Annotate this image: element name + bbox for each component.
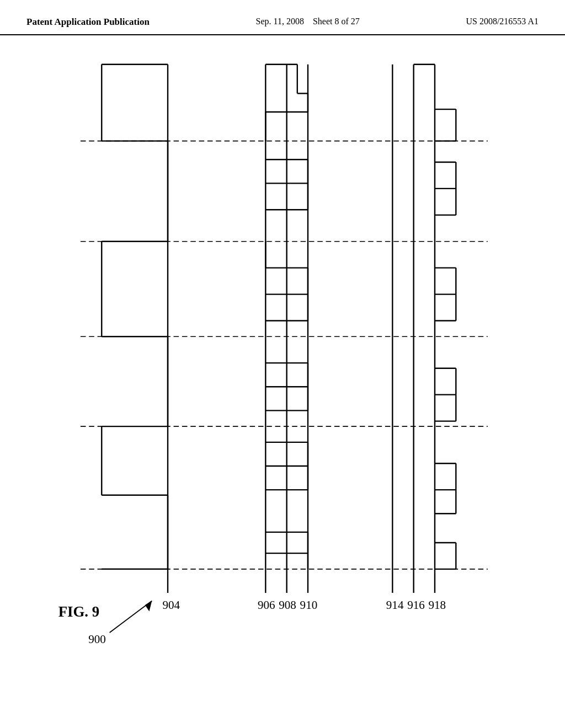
page-header: Patent Application Publication Sep. 11, … bbox=[0, 0, 565, 35]
ref-906-label: 906 bbox=[258, 598, 275, 612]
ref-918-label: 918 bbox=[428, 598, 446, 612]
ref-900-label: 900 bbox=[88, 633, 106, 646]
svg-marker-86 bbox=[145, 601, 152, 611]
publication-label: Patent Application Publication bbox=[26, 15, 150, 29]
ref-914-label: 914 bbox=[386, 598, 404, 612]
ref-908-label: 908 bbox=[279, 598, 296, 612]
figure-area: .solid { stroke: #000; stroke-width: 2.5… bbox=[0, 35, 565, 670]
sheet-info: Sheet 8 of 27 bbox=[313, 17, 360, 26]
figure-label: FIG. 9 bbox=[58, 603, 100, 620]
patent-number: US 2008/216553 A1 bbox=[466, 15, 539, 28]
publication-date: Sep. 11, 2008 bbox=[256, 17, 304, 26]
date-sheet: Sep. 11, 2008 Sheet 8 of 27 bbox=[256, 15, 360, 28]
patent-diagram: .solid { stroke: #000; stroke-width: 2.5… bbox=[0, 35, 565, 670]
ref-910-label: 910 bbox=[300, 598, 318, 612]
ref-916-label: 916 bbox=[407, 598, 425, 612]
ref-904-label: 904 bbox=[162, 598, 180, 612]
